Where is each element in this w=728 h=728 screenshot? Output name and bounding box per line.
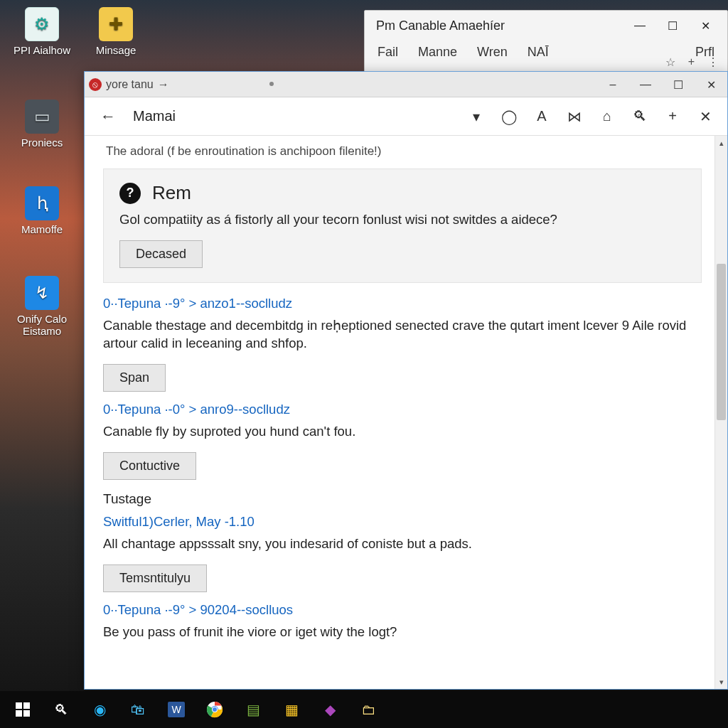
result-body: Canable fly by suproted you hund can't f…: [103, 423, 702, 441]
list-item: 0··Tepuna ·-9° > anzo1--soclludz Canable…: [103, 296, 702, 392]
app-icon: ↯: [25, 276, 59, 310]
list-item: Switful1)Cerler, May -1.10 All chantage …: [103, 514, 702, 592]
desktop-icon-label: PPI Aialhow: [10, 44, 74, 56]
card-title: Rem: [152, 182, 191, 204]
desktop-icon-label: Onify Calo Eistamo: [10, 313, 74, 338]
minimize-button[interactable]: —: [629, 72, 662, 97]
result-link[interactable]: 0··Tepuna ·-0° > anro9--soclludz: [103, 402, 702, 417]
page-subtitle: The adoral (f be enroutination is anchip…: [106, 144, 702, 159]
list-item: 0··Tepuna ·-9° > 90204--soclluos Be you …: [103, 602, 702, 641]
more-icon[interactable]: ⋮: [707, 55, 719, 69]
desktop-icon-label: Proniecs: [10, 136, 74, 149]
scroll-thumb[interactable]: [717, 264, 726, 420]
result-link[interactable]: Switful1)Cerler, May -1.10: [103, 514, 702, 530]
titlebar[interactable]: Pm Canable Amaehíer — ☐ ✕: [365, 11, 727, 41]
dropdown-icon[interactable]: ▾: [464, 105, 488, 129]
tab-indicator-icon: [269, 82, 274, 86]
result-link[interactable]: 0··Tepuna ·-9° > 90204--soclluos: [103, 602, 702, 618]
result-body: Be you pass of frunit ihe viore or iget …: [103, 623, 702, 641]
tab-title[interactable]: yore tanu: [106, 78, 154, 91]
font-icon[interactable]: A: [530, 105, 554, 129]
arrow-right-icon: →: [158, 78, 169, 91]
chrome-button[interactable]: [196, 694, 233, 725]
search-icon[interactable]: 🔍︎: [628, 105, 652, 129]
svg-rect-0: [16, 702, 22, 709]
section-heading: Tustage: [103, 491, 702, 507]
background-window: Pm Canable Amaehíer — ☐ ✕ Fail Manne Wre…: [364, 10, 728, 74]
list-item: 0··Tepuna ·-0° > anro9--soclludz Canable…: [103, 402, 702, 480]
tab-favicon-icon: ⦸: [89, 78, 102, 91]
menu-item[interactable]: Manne: [418, 45, 457, 60]
desktop-icon[interactable]: ⱨ Mamoffe: [10, 186, 74, 235]
plus-icon[interactable]: +: [660, 105, 685, 129]
app-icon: ⱨ: [25, 186, 59, 220]
bookmark-icon[interactable]: ⋈: [562, 105, 587, 129]
info-card: ? Rem Gol compatiity as á fistorly all y…: [103, 168, 702, 283]
cortana-button[interactable]: ◉: [81, 694, 118, 725]
store-button[interactable]: 🛍: [119, 694, 156, 725]
scroll-down-icon[interactable]: ▾: [715, 675, 727, 689]
explorer-button[interactable]: 🗀: [350, 694, 387, 725]
window-title: Pm Canable Amaehíer: [370, 18, 623, 33]
page-title: Mamai: [133, 108, 176, 124]
desktop-icon[interactable]: ✚ Minsage: [84, 7, 148, 56]
star-icon[interactable]: ☆: [665, 55, 675, 69]
refresh-icon[interactable]: ◯: [497, 105, 521, 129]
home-icon[interactable]: ⌂: [595, 105, 619, 129]
taskbar-app[interactable]: ▤: [235, 694, 272, 725]
card-body: Gol compatiity as á fistorly all your te…: [119, 211, 685, 229]
card-action-button[interactable]: Decased: [119, 240, 203, 268]
desktop-icon-label: Minsage: [84, 44, 148, 56]
taskbar-app[interactable]: ▦: [273, 694, 310, 725]
result-body: All chantage appsssalt sny, you indesari…: [103, 535, 702, 553]
question-icon: ?: [119, 183, 141, 204]
vertical-scrollbar[interactable]: ▴ ▾: [714, 136, 727, 689]
result-action-button[interactable]: Temsntitulyu: [103, 564, 207, 592]
app-icon: ▭: [25, 100, 59, 134]
close-button[interactable]: ✕: [695, 72, 727, 97]
folder-icon: ✚: [99, 7, 133, 41]
scroll-up-icon[interactable]: ▴: [715, 136, 727, 150]
search-button[interactable]: 🔍︎: [43, 694, 80, 725]
svg-rect-2: [16, 710, 22, 717]
maximize-button[interactable]: ☐: [656, 14, 689, 37]
result-body: Canable thestage and decembitdg in reḥep…: [103, 317, 702, 353]
start-button[interactable]: [4, 694, 41, 725]
toolbar: ← Mamai ▾ ◯ A ⋈ ⌂ 🔍︎ + ✕: [85, 97, 727, 136]
tab-strip[interactable]: ⦸ yore tanu → – — ☐ ✕: [85, 72, 727, 97]
result-link[interactable]: 0··Tepuna ·-9° > anzo1--soclludz: [103, 296, 702, 311]
result-action-button[interactable]: Span: [103, 364, 166, 392]
svg-rect-1: [23, 702, 30, 709]
maximize-button[interactable]: ☐: [662, 72, 695, 97]
desktop-icon-label: Mamoffe: [10, 223, 74, 235]
dash-button[interactable]: –: [596, 72, 629, 97]
menu-item[interactable]: Fail: [378, 45, 398, 60]
content-area: The adoral (f be enroutination is anchip…: [85, 136, 727, 689]
back-button[interactable]: ←: [95, 105, 122, 129]
browser-window: ⦸ yore tanu → – — ☐ ✕ ← Mamai ▾ ◯ A ⋈ ⌂ …: [84, 71, 728, 690]
menu-item[interactable]: NAĪ: [528, 45, 549, 60]
desktop-icon[interactable]: ↯ Onify Calo Eistamo: [10, 276, 74, 338]
result-action-button[interactable]: Contuctive: [103, 452, 196, 480]
close-icon[interactable]: ✕: [693, 105, 717, 129]
app-icon: ⚙: [25, 7, 59, 41]
svg-point-7: [213, 707, 217, 712]
word-button[interactable]: W: [158, 694, 195, 725]
taskbar-app[interactable]: ◆: [311, 694, 348, 725]
taskbar[interactable]: 🔍︎ ◉ 🛍 W ▤ ▦ ◆ 🗀: [0, 691, 728, 728]
desktop-icon[interactable]: ⚙ PPI Aialhow: [10, 7, 74, 56]
desktop-icon[interactable]: ▭ Proniecs: [10, 100, 74, 149]
plus-icon[interactable]: +: [688, 55, 695, 69]
svg-rect-3: [23, 710, 30, 717]
close-button[interactable]: ✕: [689, 14, 722, 37]
minimize-button[interactable]: —: [623, 14, 656, 37]
toolbar-extra: ☆ + ⋮: [665, 55, 719, 69]
menu-item[interactable]: Wren: [477, 45, 508, 60]
